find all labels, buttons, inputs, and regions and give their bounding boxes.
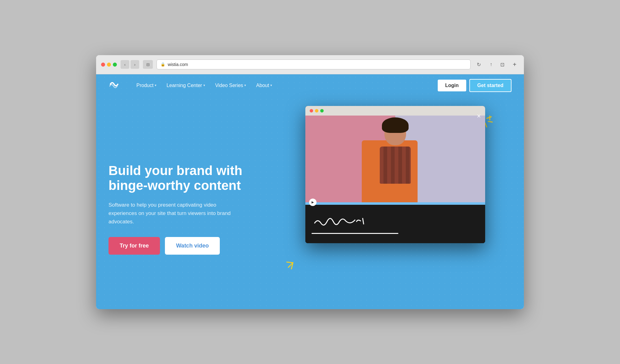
nav-learning-center[interactable]: Learning Center ▾ <box>162 80 210 91</box>
nav-links: Product ▾ Learning Center ▾ Video Series… <box>132 80 438 91</box>
svg-line-6 <box>287 262 293 263</box>
share-button[interactable]: ↑ <box>487 60 495 69</box>
play-button[interactable]: ▶ <box>309 199 317 206</box>
nav-about[interactable]: About ▾ <box>252 80 277 91</box>
video-window-maximize-dot[interactable] <box>320 109 324 112</box>
tab-view-button[interactable]: ⊟ <box>143 60 153 69</box>
forward-button[interactable]: › <box>131 60 139 69</box>
video-close-button[interactable]: × <box>477 112 481 120</box>
product-chevron: ▾ <box>155 83 157 87</box>
navbar: Product ▾ Learning Center ▾ Video Series… <box>96 74 524 97</box>
video-window-close-dot[interactable] <box>310 109 313 112</box>
windows-button[interactable]: ⊡ <box>498 60 507 69</box>
caption-text <box>312 212 479 230</box>
nav-video-series[interactable]: Video Series ▾ <box>211 80 250 91</box>
hero-content: Build your brand with binge-worthy conte… <box>108 163 290 255</box>
svg-line-0 <box>487 117 491 118</box>
person-torso <box>380 147 411 184</box>
traffic-lights <box>101 63 117 67</box>
video-controls-bar[interactable]: ▶ <box>305 202 485 205</box>
caption-underline <box>312 233 398 234</box>
person-head <box>384 121 406 145</box>
video-series-chevron: ▾ <box>244 83 246 87</box>
learning-center-chevron: ▾ <box>203 83 205 87</box>
traffic-light-red[interactable] <box>101 63 105 67</box>
svg-line-2 <box>485 123 487 127</box>
hero-subtitle: Software to help you present captivating… <box>108 201 245 226</box>
watch-video-button[interactable]: Watch video <box>165 237 220 255</box>
video-window-chrome <box>305 106 485 116</box>
lock-icon: 🔒 <box>161 62 165 67</box>
about-chevron: ▾ <box>270 83 272 87</box>
hero-visual: ▶ <box>290 109 512 309</box>
video-player-window: ▶ <box>305 106 485 243</box>
back-button[interactable]: ‹ <box>121 60 129 69</box>
hero-title: Build your brand with binge-worthy conte… <box>108 163 277 193</box>
traffic-light-yellow[interactable] <box>107 63 111 67</box>
traffic-light-green[interactable] <box>113 63 117 67</box>
nav-product[interactable]: Product ▾ <box>132 80 161 91</box>
get-started-button[interactable]: Get started <box>469 79 512 92</box>
browser-chrome: ‹ › ⊟ 🔒 wistia.com ↻ ↑ ⊡ + <box>96 55 524 74</box>
browser-actions: ↑ ⊡ <box>487 60 507 69</box>
url-text: wistia.com <box>168 62 188 67</box>
handwriting-svg <box>312 212 392 228</box>
hero-buttons: Try for free Watch video <box>108 237 277 255</box>
sparkle-bottom-left-icon <box>284 253 302 272</box>
try-free-button[interactable]: Try for free <box>108 237 160 255</box>
svg-line-1 <box>488 121 492 122</box>
browser-window: ‹ › ⊟ 🔒 wistia.com ↻ ↑ ⊡ + Pro <box>96 55 524 309</box>
video-window-minimize-dot[interactable] <box>315 109 318 112</box>
torso-pattern <box>380 147 411 184</box>
nav-actions: Login Get started <box>438 79 512 92</box>
video-caption-area <box>305 205 485 243</box>
address-bar[interactable]: 🔒 wistia.com <box>157 59 471 69</box>
video-thumbnail[interactable] <box>305 116 485 202</box>
logo[interactable] <box>108 79 120 92</box>
video-screen: ▶ <box>305 116 485 243</box>
person-hair <box>382 117 409 133</box>
reload-button[interactable]: ↻ <box>474 60 483 69</box>
login-button[interactable]: Login <box>438 80 466 91</box>
new-tab-button[interactable]: + <box>510 60 519 69</box>
person-figure <box>380 121 411 184</box>
hero-section: Build your brand with binge-worthy conte… <box>96 97 524 309</box>
website-content: Product ▾ Learning Center ▾ Video Series… <box>96 74 524 309</box>
browser-nav-buttons: ‹ › <box>121 60 139 69</box>
